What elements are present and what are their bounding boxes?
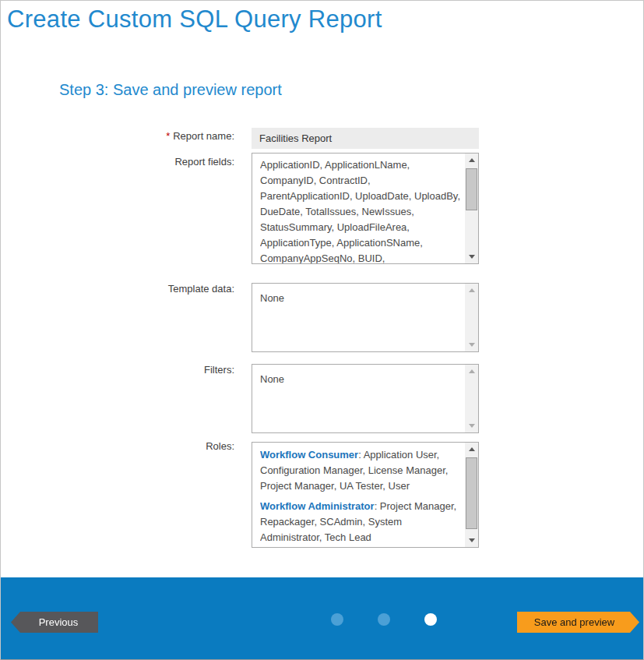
page-title: Create Custom SQL Query Report [7, 5, 382, 34]
report-fields-scrollbar[interactable] [465, 154, 478, 263]
report-name-label-row: *Report name: [71, 130, 234, 142]
step-indicator [331, 613, 437, 626]
report-fields-label: Report fields: [71, 156, 234, 168]
scroll-down-arrow-icon[interactable] [465, 250, 478, 263]
previous-button[interactable]: Previous [11, 612, 98, 633]
step-dot-2 [378, 613, 390, 626]
filters-scrollbar [465, 365, 478, 432]
template-data-scrollbar [465, 284, 478, 351]
create-report-page: Create Custom SQL Query Report Step 3: S… [0, 0, 644, 660]
filters-label: Filters: [71, 364, 234, 376]
step-dot-1 [331, 613, 343, 626]
role-group: Workflow Administrator: Project Manager,… [260, 499, 461, 545]
filters-box: None [252, 364, 479, 433]
filters-text: None [260, 372, 461, 432]
template-data-label: Template data: [71, 283, 234, 295]
role-group-name: Workflow Consumer [260, 449, 358, 461]
scroll-down-arrow-icon [465, 338, 478, 351]
required-asterisk: * [166, 130, 170, 142]
template-data-box: None [252, 283, 479, 352]
footer-bar: Previous Save and preview [1, 577, 643, 659]
template-data-text: None [260, 291, 461, 351]
scroll-up-arrow-icon[interactable] [465, 443, 478, 456]
report-fields-box[interactable]: ApplicationID, ApplicationLName, Company… [252, 153, 479, 264]
scroll-up-arrow-icon [465, 284, 478, 297]
report-fields-text: ApplicationID, ApplicationLName, Company… [260, 157, 461, 263]
scrollbar-thumb[interactable] [466, 168, 477, 210]
scroll-up-arrow-icon[interactable] [465, 154, 478, 167]
step-title: Step 3: Save and preview report [59, 81, 282, 99]
report-name-input[interactable] [252, 128, 479, 149]
scroll-down-arrow-icon [465, 419, 478, 432]
scrollbar-thumb[interactable] [466, 457, 477, 529]
scroll-down-arrow-icon[interactable] [465, 534, 478, 547]
role-group-name: Workflow Administrator [260, 500, 375, 512]
role-group: Workflow Consumer: Application User, Con… [260, 447, 461, 494]
roles-text: Workflow Consumer: Application User, Con… [260, 447, 461, 547]
scroll-up-arrow-icon [465, 365, 478, 378]
roles-box[interactable]: Workflow Consumer: Application User, Con… [252, 442, 479, 548]
save-and-preview-button[interactable]: Save and preview [517, 612, 639, 633]
report-name-label: Report name: [173, 130, 234, 142]
step-dot-3 [424, 613, 437, 626]
roles-scrollbar[interactable] [465, 443, 478, 547]
roles-label: Roles: [71, 440, 234, 452]
